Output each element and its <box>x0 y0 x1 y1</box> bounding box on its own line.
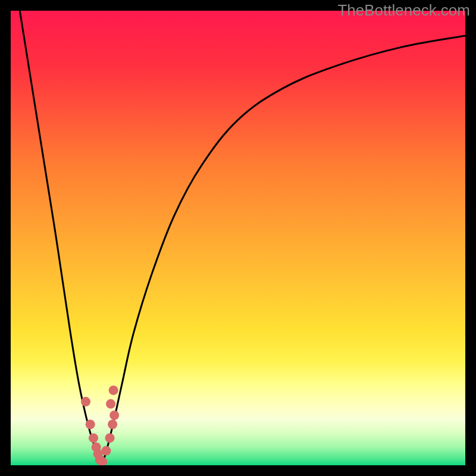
data-point <box>101 446 111 456</box>
data-point <box>109 411 119 420</box>
chart-container: TheBottleneck.com <box>0 0 476 476</box>
data-point <box>81 397 90 406</box>
data-point <box>108 419 117 429</box>
plot-area <box>11 11 465 465</box>
curve-right-arm <box>102 36 465 465</box>
data-points <box>81 386 119 465</box>
data-point <box>86 419 95 429</box>
watermark-text: TheBottleneck.com <box>337 1 470 20</box>
data-point <box>105 433 115 443</box>
data-point <box>109 386 118 395</box>
curve-left-arm <box>20 11 102 465</box>
curve-layer <box>11 11 465 465</box>
data-point <box>106 399 115 409</box>
data-point <box>89 433 98 443</box>
